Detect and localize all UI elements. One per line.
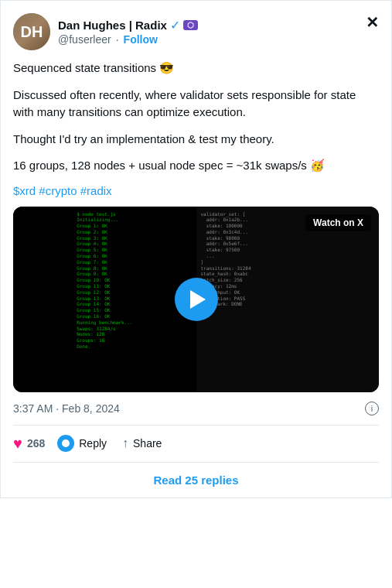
- tweet-line-2: Discussed often recently, where validato…: [13, 87, 379, 121]
- ts-separator: ·: [56, 402, 62, 415]
- like-count: 268: [27, 437, 45, 450]
- tweet-line-3: Thought I'd try an implementation & test…: [13, 131, 379, 149]
- heart-icon: ♥: [13, 435, 22, 453]
- username-row: @fuserleer · Follow: [58, 33, 198, 46]
- username: @fuserleer: [58, 33, 111, 46]
- watch-on-x-badge[interactable]: Watch on X: [305, 214, 371, 231]
- watch-on-x-label: Watch on X: [313, 217, 363, 228]
- video-left-panel: $ node test.js Initializing... Group 1: …: [13, 207, 196, 392]
- action-row: ♥ 268 Reply ↑ Share: [13, 435, 379, 462]
- reply-bubble-icon: [57, 435, 74, 452]
- avatar[interactable]: DH: [13, 13, 50, 50]
- divider-1: [13, 425, 379, 426]
- play-button[interactable]: [175, 278, 218, 321]
- display-name: Dan Hughes | Radix: [58, 19, 167, 32]
- info-icon[interactable]: i: [365, 402, 379, 415]
- tweet-card: DH Dan Hughes | Radix ✓ ⬡ @fuserleer · F…: [0, 0, 392, 498]
- read-replies-button[interactable]: Read 25 replies: [13, 462, 379, 497]
- play-triangle-icon: [190, 290, 206, 309]
- follow-button[interactable]: Follow: [124, 33, 158, 46]
- verified-icon: ✓: [170, 18, 180, 32]
- time: 3:37 AM: [13, 402, 53, 415]
- tweet-header: DH Dan Hughes | Radix ✓ ⬡ @fuserleer · F…: [13, 13, 379, 50]
- name-row: Dan Hughes | Radix ✓ ⬡: [58, 18, 198, 32]
- reply-action[interactable]: Reply: [57, 435, 107, 452]
- timestamp-text: 3:37 AM · Feb 8, 2024: [13, 402, 120, 415]
- tweet-body: Sequenced state transitions 😎 Discussed …: [13, 60, 379, 175]
- date: Feb 8, 2024: [62, 402, 120, 415]
- video-right-panel: validator_set: [ addr: 0x1a2b... stake: …: [196, 207, 380, 392]
- hashtags[interactable]: $xrd #crypto #radix: [13, 184, 379, 197]
- like-action[interactable]: ♥ 268: [13, 435, 45, 453]
- timestamp-row: 3:37 AM · Feb 8, 2024 i: [13, 402, 379, 415]
- terminal-left-text: $ node test.js Initializing... Group 1: …: [72, 207, 137, 392]
- share-icon: ↑: [122, 436, 128, 450]
- terminal-right-text: validator_set: [ addr: 0x1a2b... stake: …: [196, 207, 380, 392]
- reply-bubble-inner: [62, 439, 70, 447]
- user-info-section: DH Dan Hughes | Radix ✓ ⬡ @fuserleer · F…: [13, 13, 198, 50]
- avatar-image: DH: [13, 13, 50, 50]
- dot-separator: ·: [116, 33, 119, 46]
- user-info: Dan Hughes | Radix ✓ ⬡ @fuserleer · Foll…: [58, 18, 198, 46]
- reply-label: Reply: [79, 437, 107, 450]
- tweet-line-1: Sequenced state transitions 😎: [13, 60, 379, 77]
- x-logo[interactable]: ✕: [366, 13, 379, 32]
- radix-badge: ⬡: [183, 20, 198, 30]
- video-player[interactable]: $ node test.js Initializing... Group 1: …: [13, 207, 379, 392]
- tweet-line-4: 16 groups, 128 nodes + usual node spec =…: [13, 157, 379, 175]
- share-label: Share: [133, 437, 162, 450]
- share-action[interactable]: ↑ Share: [122, 436, 162, 450]
